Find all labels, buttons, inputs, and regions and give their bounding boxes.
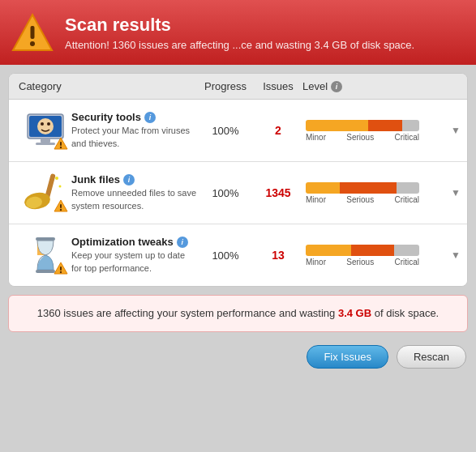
svg-point-17 (58, 185, 61, 188)
junk-subtitle: Remove unneeded files to save system res… (71, 187, 197, 212)
security-subtitle: Protect your Mac from viruses and thieve… (71, 125, 197, 150)
security-icon (19, 108, 71, 153)
security-level-bar: Minor Serious Critical (306, 120, 419, 142)
junk-title: Junk files (71, 173, 120, 185)
optimization-description: Optimization tweaks i Keep your system u… (71, 236, 197, 275)
security-level: Minor Serious Critical (302, 120, 457, 142)
serious-label: Serious (346, 133, 374, 142)
svg-point-25 (59, 271, 61, 273)
serious-label: Serious (346, 195, 374, 204)
serious-bar (351, 245, 394, 256)
optimization-dropdown-arrow[interactable]: ▼ (451, 249, 461, 261)
junk-description: Junk files i Remove unneeded files to sa… (71, 173, 197, 212)
main-card: Category Progress Issues Level i (8, 73, 468, 287)
serious-bar (368, 120, 402, 131)
serious-label: Serious (346, 258, 374, 267)
optimization-issues: 13 (254, 249, 302, 262)
table-row: Optimization tweaks i Keep your system u… (9, 224, 467, 286)
critical-label: Critical (394, 258, 419, 267)
table-row: Security tools i Protect your Mac from v… (9, 100, 467, 162)
svg-point-12 (59, 147, 61, 148)
minor-label: Minor (306, 258, 326, 267)
optimization-level: Minor Serious Critical (302, 245, 457, 267)
col-header-level: Level i (302, 80, 457, 92)
fix-issues-button[interactable]: Fix Issues (307, 345, 388, 369)
col-header-issues: Issues (254, 80, 302, 92)
level-info-icon[interactable]: i (331, 81, 342, 92)
svg-point-6 (41, 122, 44, 126)
critical-label: Critical (394, 195, 419, 204)
svg-point-20 (59, 209, 61, 211)
optimization-subtitle: Keep your system up to date for top perf… (71, 249, 197, 275)
critical-bar (394, 245, 419, 256)
security-warning-badge (54, 136, 68, 153)
critical-bar (397, 182, 419, 194)
optimization-level-bar: Minor Serious Critical (306, 245, 419, 267)
serious-bar (340, 182, 397, 194)
security-dropdown-arrow[interactable]: ▼ (451, 125, 461, 136)
header-subtitle: Attention! 1360 issues are affecting ...… (65, 39, 414, 51)
minor-bar (306, 182, 340, 194)
junk-level: Minor Serious Critical (302, 182, 457, 204)
optimization-icon (19, 232, 71, 278)
security-info-icon[interactable]: i (144, 112, 156, 123)
junk-level-bar: Minor Serious Critical (306, 182, 419, 204)
svg-rect-21 (36, 237, 55, 241)
page-title: Scan results (65, 15, 414, 36)
svg-rect-1 (31, 26, 35, 39)
junk-dropdown-arrow[interactable]: ▼ (451, 187, 461, 198)
security-description: Security tools i Protect your Mac from v… (71, 111, 197, 150)
junk-progress: 100% (197, 187, 254, 199)
table-row: Junk files i Remove unneeded files to sa… (9, 162, 467, 224)
minor-bar (306, 120, 368, 131)
svg-rect-11 (60, 142, 62, 146)
svg-point-5 (37, 118, 54, 134)
svg-rect-9 (36, 143, 55, 145)
header-text: Scan results Attention! 1360 issues are … (65, 15, 414, 51)
optimization-info-icon[interactable]: i (177, 237, 188, 248)
button-row: Fix Issues Rescan (0, 339, 476, 378)
optimization-progress: 100% (197, 249, 254, 262)
svg-rect-22 (36, 270, 55, 273)
security-progress: 100% (197, 125, 254, 137)
svg-point-16 (55, 177, 58, 180)
critical-bar (402, 120, 419, 131)
junk-warning-badge (54, 198, 68, 215)
warning-icon (11, 11, 54, 53)
bottom-message: 1360 issues are affecting your system pe… (8, 295, 468, 332)
table-header: Category Progress Issues Level i (9, 74, 467, 100)
svg-point-2 (30, 41, 35, 46)
disk-space-highlight: 3.4 GB (338, 307, 371, 319)
optimization-title: Optimization tweaks (71, 236, 174, 248)
junk-issues: 1345 (254, 186, 302, 199)
col-header-progress: Progress (197, 80, 254, 92)
bottom-message-text-before: 1360 issues are affecting your system pe… (37, 307, 439, 319)
svg-rect-24 (60, 267, 62, 271)
minor-label: Minor (306, 195, 326, 204)
optimization-warning-badge (54, 261, 68, 278)
security-title: Security tools (71, 111, 141, 123)
rescan-button[interactable]: Rescan (397, 345, 466, 369)
minor-label: Minor (306, 133, 326, 142)
header: Scan results Attention! 1360 issues are … (0, 0, 476, 65)
svg-point-7 (47, 122, 50, 126)
svg-rect-8 (41, 139, 50, 143)
junk-icon (19, 170, 71, 215)
junk-info-icon[interactable]: i (123, 174, 135, 185)
security-issues: 2 (254, 124, 302, 137)
minor-bar (306, 245, 351, 256)
critical-label: Critical (394, 133, 419, 142)
svg-rect-19 (60, 204, 62, 208)
col-header-category: Category (19, 80, 197, 92)
